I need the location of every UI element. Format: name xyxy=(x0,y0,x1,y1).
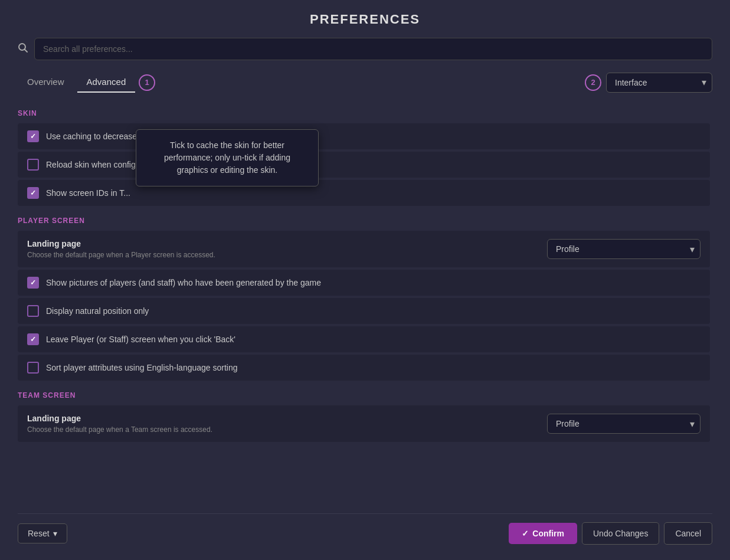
section-title-skin: SKIN xyxy=(18,109,710,117)
player-screen-section: PLAYER SCREEN Landing page Choose the de… xyxy=(18,217,710,381)
reset-label: Reset xyxy=(28,529,50,538)
confirm-check-icon: ✓ xyxy=(522,529,529,538)
preferences-dialog: PREFERENCES Overview Advanced 1 2 Interf… xyxy=(0,0,730,560)
badge-1: 1 xyxy=(139,74,155,91)
reset-chevron-icon: ▾ xyxy=(53,529,57,538)
player-checkbox-row-4: Sort player attributes using English-lan… xyxy=(18,355,710,381)
player-checkbox-3[interactable] xyxy=(27,333,39,345)
team-landing-select-wrap: Profile Stats Tactics xyxy=(547,414,700,434)
skin-checkbox-row-1: Use caching to decrease page loading tim… xyxy=(18,123,710,149)
svg-line-1 xyxy=(25,49,28,52)
player-landing-desc: Choose the default page when a Player sc… xyxy=(27,251,215,259)
content-area: SKIN Use caching to decrease page loadin… xyxy=(18,106,712,505)
tab-advanced[interactable]: Advanced xyxy=(77,72,136,93)
player-checkbox-row-1: Show pictures of players (and staff) who… xyxy=(18,270,710,296)
skin-checkbox-row-3: Show screen IDs in T... xyxy=(18,180,710,206)
undo-label: Undo Changes xyxy=(593,529,648,538)
player-landing-title: Landing page xyxy=(27,239,215,248)
section-title-team: TEAM SCREEN xyxy=(18,391,710,399)
search-input[interactable] xyxy=(34,38,712,60)
badge-2: 2 xyxy=(585,74,601,91)
player-checkbox-label-3: Leave Player (or Staff) screen when you … xyxy=(46,335,235,344)
confirm-label: Confirm xyxy=(532,529,564,538)
reset-wrap: Reset ▾ xyxy=(18,523,67,543)
tooltip-box: Tick to cache the skin for better perfor… xyxy=(136,129,319,186)
team-screen-section: TEAM SCREEN Landing page Choose the defa… xyxy=(18,391,710,442)
skin-checkbox-2[interactable] xyxy=(27,159,39,171)
bottom-bar: Reset ▾ ✓ Confirm Undo Changes Cancel xyxy=(18,513,712,548)
tabs-right: 2 Interface General Display Advanced xyxy=(585,73,712,93)
player-checkbox-4[interactable] xyxy=(27,362,39,374)
player-checkbox-label-1: Show pictures of players (and staff) who… xyxy=(46,278,321,287)
skin-checkbox-3[interactable] xyxy=(27,187,39,199)
player-checkbox-row-2: Display natural position only xyxy=(18,298,710,324)
player-checkbox-2[interactable] xyxy=(27,305,39,317)
team-landing-page-row: Landing page Choose the default page whe… xyxy=(18,405,710,442)
player-landing-select[interactable]: Profile Stats Attributes xyxy=(547,239,700,259)
confirm-button[interactable]: ✓ Confirm xyxy=(509,523,577,544)
team-landing-select[interactable]: Profile Stats Tactics xyxy=(547,414,700,434)
tabs-left: Overview Advanced 1 xyxy=(18,72,155,93)
tab-overview[interactable]: Overview xyxy=(18,72,74,93)
team-landing-title: Landing page xyxy=(27,414,212,423)
player-landing-select-wrap: Profile Stats Attributes xyxy=(547,239,700,259)
player-checkbox-row-3: Leave Player (or Staff) screen when you … xyxy=(18,326,710,352)
skin-checkbox-1[interactable] xyxy=(27,130,39,142)
dialog-title: PREFERENCES xyxy=(18,12,712,27)
team-landing-desc: Choose the default page when a Team scre… xyxy=(27,425,212,434)
player-checkbox-label-4: Sort player attributes using English-lan… xyxy=(46,363,238,372)
player-checkbox-label-2: Display natural position only xyxy=(46,306,149,316)
skin-checkbox-row-2: Reload skin when configuration changes xyxy=(18,152,710,178)
interface-select[interactable]: Interface General Display Advanced xyxy=(606,73,712,93)
tabs-row: Overview Advanced 1 2 Interface General … xyxy=(18,72,712,93)
cancel-button[interactable]: Cancel xyxy=(664,522,712,545)
skin-checkbox-label-3: Show screen IDs in T... xyxy=(46,188,130,198)
section-title-player: PLAYER SCREEN xyxy=(18,217,710,225)
player-checkbox-1[interactable] xyxy=(27,277,39,289)
action-buttons: ✓ Confirm Undo Changes Cancel xyxy=(509,522,712,545)
search-icon xyxy=(18,42,28,56)
search-row xyxy=(18,38,712,60)
reset-button[interactable]: Reset ▾ xyxy=(18,523,67,543)
player-landing-page-row: Landing page Choose the default page whe… xyxy=(18,231,710,267)
undo-button[interactable]: Undo Changes xyxy=(582,522,659,545)
interface-select-wrap: Interface General Display Advanced xyxy=(606,73,712,93)
cancel-label: Cancel xyxy=(675,529,701,538)
